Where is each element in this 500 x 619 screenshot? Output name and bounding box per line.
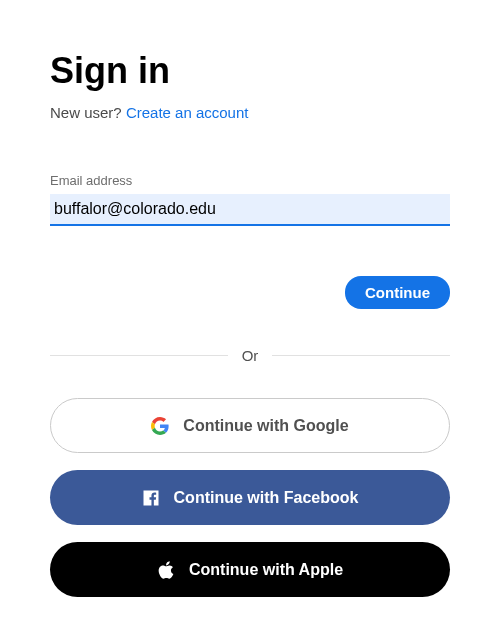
divider-text: Or [228,347,273,364]
divider: Or [50,347,450,364]
continue-with-apple-button[interactable]: Continue with Apple [50,542,450,597]
divider-line-right [272,355,450,356]
facebook-button-label: Continue with Facebook [174,489,359,507]
page-title: Sign in [50,50,450,92]
new-user-line: New user? Create an account [50,104,450,121]
signin-form: Sign in New user? Create an account Emai… [50,50,450,597]
divider-line-left [50,355,228,356]
continue-with-google-button[interactable]: Continue with Google [50,398,450,453]
continue-button[interactable]: Continue [345,276,450,309]
apple-button-label: Continue with Apple [189,561,343,579]
email-field[interactable] [50,194,450,226]
create-account-link[interactable]: Create an account [126,104,249,121]
email-label: Email address [50,173,450,188]
google-icon [151,417,169,435]
facebook-icon [142,489,160,507]
continue-row: Continue [50,276,450,309]
new-user-text: New user? [50,104,126,121]
continue-with-facebook-button[interactable]: Continue with Facebook [50,470,450,525]
google-button-label: Continue with Google [183,417,348,435]
apple-icon [157,560,175,580]
